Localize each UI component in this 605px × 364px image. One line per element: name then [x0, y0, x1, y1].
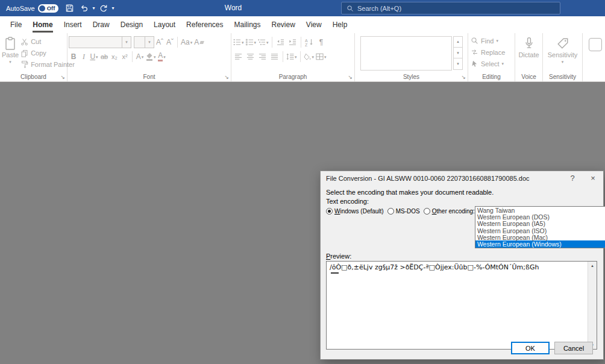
shrink-font-button[interactable]: Aˇ: [165, 36, 175, 48]
font-name-value: [69, 37, 122, 48]
sort-button[interactable]: [304, 36, 315, 48]
font-size-combo[interactable]: ▾: [134, 36, 154, 48]
align-left-button[interactable]: [233, 51, 244, 63]
font-color-chevron-icon: ▾: [163, 55, 166, 59]
dictate-button[interactable]: Dictate: [517, 34, 541, 70]
radio-other-encoding[interactable]: Other encoding:: [424, 208, 475, 215]
radio-windows-default[interactable]: Windows (Default): [326, 208, 384, 215]
encoding-option[interactable]: Western European (ISO): [475, 227, 605, 234]
file-conversion-dialog: File Conversion - GI ALSWW 0010-0060 220…: [320, 171, 604, 360]
dialog-title: File Conversion - GI ALSWW 0010-0060 220…: [326, 175, 562, 182]
copy-label: Copy: [31, 49, 46, 57]
tab-draw[interactable]: Draw: [87, 16, 115, 33]
increase-indent-button[interactable]: [287, 36, 298, 48]
customize-qat-chevron-icon[interactable]: ▾: [111, 5, 114, 11]
decrease-indent-button[interactable]: [275, 36, 286, 48]
select-button[interactable]: Select▾: [471, 58, 512, 69]
dialog-help-button[interactable]: ?: [562, 171, 583, 185]
cutoff-button-icon[interactable]: [589, 38, 602, 51]
replace-label: Replace: [481, 49, 505, 56]
encoding-option[interactable]: Wang Taiwan: [475, 207, 605, 213]
align-right-button[interactable]: [257, 51, 268, 63]
line-spacing-button[interactable]: ▾: [286, 51, 298, 63]
font-color-button[interactable]: A▾: [157, 51, 167, 63]
tab-references[interactable]: References: [181, 16, 228, 33]
ribbon-group-voice: Dictate Voice: [515, 33, 543, 81]
preview-text: /ôÒ□ð,±ëLjv zg§µ7ž >ðËDÇ-ª□Òjjex:Üûb□-%-…: [327, 262, 588, 349]
tab-review[interactable]: Review: [266, 16, 301, 33]
underline-button[interactable]: U▾: [89, 51, 99, 63]
clipboard-dialog-launcher[interactable]: ↘: [60, 75, 65, 80]
scroll-up-icon[interactable]: ▴: [591, 262, 594, 269]
bold-button[interactable]: B: [69, 51, 78, 63]
borders-icon: [316, 53, 324, 60]
radio-unselected-icon: [424, 208, 430, 215]
tab-mailings[interactable]: Mailings: [228, 16, 266, 33]
tab-help[interactable]: Help: [327, 16, 353, 33]
bullets-button[interactable]: ▾: [233, 36, 245, 48]
text-effects-button[interactable]: A▾: [135, 51, 145, 63]
undo-dropdown-chevron-icon[interactable]: ▾: [92, 5, 95, 11]
tab-layout[interactable]: Layout: [148, 16, 181, 33]
subscript-button[interactable]: x₂: [110, 51, 119, 63]
shading-button[interactable]: ▾: [303, 51, 315, 63]
styles-scroll-up-button[interactable]: ▴: [453, 36, 463, 48]
font-name-combo[interactable]: ▾: [69, 36, 131, 48]
clear-formatting-button[interactable]: A: [193, 36, 204, 48]
ok-button[interactable]: OK: [511, 342, 550, 354]
styles-dialog-launcher[interactable]: ↘: [461, 75, 466, 80]
redo-button[interactable]: [96, 0, 110, 16]
format-painter-icon: [20, 60, 28, 68]
sensitivity-label: Sensitivity: [548, 51, 578, 58]
save-button[interactable]: [62, 0, 77, 16]
tab-design[interactable]: Design: [115, 16, 148, 33]
tab-file[interactable]: File: [5, 16, 27, 33]
dialog-titlebar[interactable]: File Conversion - GI ALSWW 0010-0060 220…: [321, 171, 603, 185]
justify-button[interactable]: [269, 51, 280, 63]
highlight-button[interactable]: ▾: [145, 51, 157, 63]
tab-view[interactable]: View: [301, 16, 327, 33]
styles-scroll-down-button[interactable]: ▾: [453, 48, 463, 59]
borders-button[interactable]: ▾: [315, 51, 327, 63]
autosave-toggle[interactable]: AutoSave Off: [0, 4, 62, 13]
strikethrough-button[interactable]: ab: [99, 51, 109, 63]
cancel-button[interactable]: Cancel: [554, 342, 593, 354]
numbering-button[interactable]: ▾: [245, 36, 257, 48]
dialog-close-button[interactable]: ×: [583, 171, 603, 185]
encoding-option[interactable]: Western European (Mac): [475, 234, 605, 240]
radio-selected-icon: [326, 208, 333, 215]
search-placeholder: Search (Alt+Q): [357, 5, 401, 12]
encoding-option[interactable]: Western European (DOS): [475, 213, 605, 220]
change-case-button[interactable]: Aa▾: [180, 36, 193, 48]
show-formatting-marks-button[interactable]: ¶: [316, 36, 327, 48]
paste-button[interactable]: Paste ▾: [2, 34, 19, 70]
undo-button[interactable]: [77, 0, 91, 16]
encoding-option-selected[interactable]: Western European (Windows): [475, 240, 605, 247]
align-center-button[interactable]: [245, 51, 256, 63]
italic-button[interactable]: I: [79, 51, 89, 63]
superscript-button[interactable]: x²: [120, 51, 130, 63]
grow-font-button[interactable]: Aˆ: [155, 36, 165, 48]
styles-gallery[interactable]: [360, 36, 452, 71]
tab-home[interactable]: Home: [27, 16, 58, 33]
radio-ms-dos[interactable]: MS-DOS: [387, 208, 420, 215]
preview-scrollbar[interactable]: ▴ ▾: [588, 262, 597, 349]
font-color-label: A: [158, 52, 163, 61]
multilevel-list-button[interactable]: ▾: [257, 36, 269, 48]
find-icon: [471, 37, 478, 45]
font-dialog-launcher[interactable]: ↘: [224, 75, 229, 80]
ribbon-group-sensitivity: Sensitivity ▾ Sensitivity: [543, 33, 583, 81]
search-box[interactable]: Search (Alt+Q): [341, 2, 560, 14]
paste-chevron-icon: ▾: [9, 60, 11, 64]
sensitivity-chevron-icon: ▾: [562, 60, 564, 64]
styles-more-button[interactable]: ▾: [453, 58, 463, 70]
replace-button[interactable]: Replace: [471, 46, 512, 58]
encoding-listbox[interactable]: Wang Taiwan Western European (DOS) Weste…: [475, 206, 605, 248]
find-button[interactable]: Find▾: [471, 35, 512, 46]
encoding-option[interactable]: Western European (IA5): [475, 221, 605, 227]
paragraph-dialog-launcher[interactable]: ↘: [348, 75, 353, 80]
sensitivity-button[interactable]: Sensitivity ▾: [545, 34, 580, 70]
clear-formatting-label: A: [194, 38, 199, 46]
tab-insert[interactable]: Insert: [58, 16, 87, 33]
preview-box: /ôÒ□ð,±ëLjv zg§µ7ž >ðËDÇ-ª□Òjjex:Üûb□-%-…: [326, 261, 597, 350]
